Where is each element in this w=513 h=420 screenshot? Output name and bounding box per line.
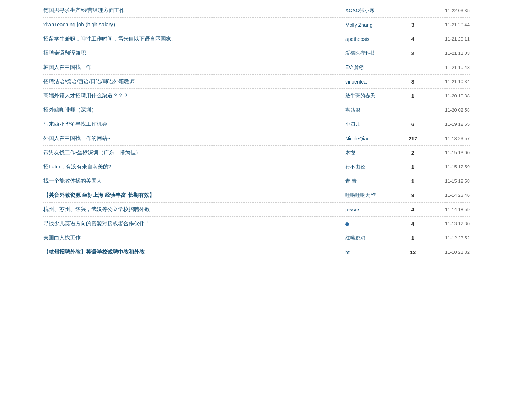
- author-link[interactable]: vincentea: [345, 79, 367, 85]
- author-cell: [345, 221, 402, 227]
- title-link[interactable]: xi'anTeaching job (high salary）: [43, 21, 118, 27]
- title-cell: 【杭州招聘外教】英语学校诚聘中教和外教: [43, 249, 345, 255]
- author-link[interactable]: 红嘴鹦鹉: [345, 235, 365, 241]
- author-cell: jessie: [345, 206, 402, 212]
- author-link[interactable]: jessie: [345, 207, 359, 212]
- replies-cell: 2: [402, 50, 423, 56]
- replies-cell: 9: [402, 192, 423, 198]
- title-link[interactable]: 找一个能教体操的美国人: [43, 178, 102, 184]
- author-link[interactable]: NicoleQiao: [345, 136, 369, 141]
- author-cell: 木悦: [345, 149, 402, 156]
- title-cell: 高端外籍人才招聘用什么渠道？？？: [43, 92, 345, 99]
- date-cell: 11-22 03:35: [423, 8, 470, 13]
- title-cell: 马来西亚华侨寻找工作机会: [43, 121, 345, 128]
- author-link[interactable]: XOXO张小寒: [345, 7, 374, 13]
- table-row: 马来西亚华侨寻找工作机会小妞儿611-19 12:55: [43, 117, 470, 131]
- title-link[interactable]: 招Latin，有没有来自南美的?: [43, 163, 111, 169]
- title-cell: 【英音外教资源 坐标上海 经验丰富 长期有效】: [43, 192, 345, 199]
- date-cell: 11-14 18:59: [423, 207, 470, 212]
- table-row: 【杭州招聘外教】英语学校诚聘中教和外教ht1211-10 21:32: [43, 245, 470, 259]
- author-link[interactable]: 瘩姑娘: [345, 107, 360, 113]
- author-cell: 哇啦哇啦大*鱼: [345, 192, 402, 199]
- title-link[interactable]: 招聘法语/德语/西语/日语/韩语外籍教师: [43, 78, 135, 84]
- author-link[interactable]: EV*麓翎: [345, 64, 364, 70]
- author-link[interactable]: 爱德医疗科技: [345, 50, 375, 56]
- author-cell: 瘩姑娘: [345, 107, 402, 113]
- author-cell: 小妞儿: [345, 121, 402, 128]
- date-cell: 11-21 20:44: [423, 22, 470, 27]
- title-cell: 招聘泰语翻译兼职: [43, 50, 345, 56]
- date-cell: 11-10 21:32: [423, 249, 470, 255]
- author-link[interactable]: 行不由径: [345, 164, 365, 169]
- author-link[interactable]: 放牛班的春天: [345, 93, 375, 98]
- replies-cell: 3: [402, 79, 423, 85]
- title-cell: xi'anTeaching job (high salary）: [43, 21, 345, 28]
- table-row: 德国男寻求生产/经营经理方面工作XOXO张小寒11-22 03:35: [43, 4, 470, 18]
- title-link[interactable]: 招留学生兼职，弹性工作时间，需来自以下语言区国家。: [43, 36, 177, 42]
- title-link[interactable]: 德国男寻求生产/经营经理方面工作: [43, 7, 125, 13]
- date-cell: 11-15 13:00: [423, 150, 470, 155]
- table-row: 招留学生兼职，弹性工作时间，需来自以下语言区国家。apotheosis411-2…: [43, 32, 470, 46]
- date-cell: 11-12 23:52: [423, 235, 470, 241]
- title-link[interactable]: 招聘泰语翻译兼职: [43, 50, 86, 56]
- author-link[interactable]: 青 青: [345, 178, 357, 184]
- title-link[interactable]: 高端外籍人才招聘用什么渠道？？？: [43, 92, 129, 98]
- table-row: 招Latin，有没有来自南美的?行不由径111-15 12:59: [43, 160, 470, 174]
- title-link[interactable]: 招外籍咖啡师（深圳）: [43, 107, 97, 113]
- replies-cell: 4: [402, 221, 423, 227]
- title-link[interactable]: 马来西亚华侨寻找工作机会: [43, 121, 107, 127]
- title-cell: 韩国人在中国找工作: [43, 64, 345, 71]
- author-link[interactable]: ht: [345, 249, 350, 255]
- date-cell: 11-13 12:30: [423, 221, 470, 226]
- replies-cell: 6: [402, 121, 423, 127]
- title-cell: 美国白人找工作: [43, 235, 345, 241]
- title-link[interactable]: 寻找少儿英语方向的资源对接或者合作伙伴！: [43, 220, 150, 226]
- replies-cell: 217: [402, 135, 423, 141]
- date-cell: 11-21 10:43: [423, 65, 470, 70]
- dot-icon: [345, 222, 349, 226]
- author-link[interactable]: 哇啦哇啦大*鱼: [345, 192, 377, 198]
- author-link[interactable]: 木悦: [345, 150, 355, 155]
- table-row: 帮男友找工作-坐标深圳（广东一带为佳）木悦211-15 13:00: [43, 146, 470, 160]
- replies-cell: 12: [402, 249, 423, 255]
- title-link[interactable]: 【杭州招聘外教】英语学校诚聘中教和外教: [43, 249, 145, 255]
- author-cell: XOXO张小寒: [345, 7, 402, 14]
- title-link[interactable]: 外国人在中国找工作的网站~: [43, 135, 110, 141]
- author-cell: apotheosis: [345, 36, 402, 42]
- author-cell: 爱德医疗科技: [345, 50, 402, 56]
- title-link[interactable]: 【英音外教资源 坐标上海 经验丰富 长期有效】: [43, 192, 155, 198]
- date-cell: 11-18 23:57: [423, 136, 470, 141]
- table-row: 招聘泰语翻译兼职爱德医疗科技211-21 11:03: [43, 46, 470, 60]
- table-row: 招外籍咖啡师（深圳）瘩姑娘11-20 02:58: [43, 103, 470, 117]
- author-link[interactable]: apotheosis: [345, 36, 369, 42]
- date-cell: 11-21 11:03: [423, 50, 470, 56]
- title-cell: 德国男寻求生产/经营经理方面工作: [43, 7, 345, 14]
- replies-cell: 1: [402, 235, 423, 241]
- title-cell: 寻找少儿英语方向的资源对接或者合作伙伴！: [43, 220, 345, 227]
- table-row: 杭州、苏州、绍兴，武汉等公立学校招聘外教jessie411-14 18:59: [43, 203, 470, 217]
- title-link[interactable]: 杭州、苏州、绍兴，武汉等公立学校招聘外教: [43, 206, 150, 212]
- table-row: 招聘法语/德语/西语/日语/韩语外籍教师vincentea311-21 10:3…: [43, 75, 470, 89]
- date-cell: 11-20 02:58: [423, 107, 470, 113]
- title-cell: 帮男友找工作-坐标深圳（广东一带为佳）: [43, 149, 345, 156]
- author-cell: vincentea: [345, 79, 402, 85]
- title-link[interactable]: 帮男友找工作-坐标深圳（广东一带为佳）: [43, 149, 141, 155]
- title-link[interactable]: 韩国人在中国找工作: [43, 64, 91, 70]
- author-link[interactable]: 小妞儿: [345, 121, 360, 127]
- date-cell: 11-14 23:46: [423, 193, 470, 198]
- author-cell: Molly Zhang: [345, 22, 402, 28]
- date-cell: 11-19 12:55: [423, 122, 470, 127]
- author-cell: NicoleQiao: [345, 135, 402, 141]
- author-cell: 放牛班的春天: [345, 92, 402, 99]
- title-cell: 招外籍咖啡师（深圳）: [43, 107, 345, 113]
- author-link[interactable]: Molly Zhang: [345, 22, 372, 28]
- title-cell: 杭州、苏州、绍兴，武汉等公立学校招聘外教: [43, 206, 345, 213]
- title-cell: 找一个能教体操的美国人: [43, 178, 345, 184]
- table-row: 找一个能教体操的美国人青 青111-15 12:58: [43, 174, 470, 188]
- title-cell: 招留学生兼职，弹性工作时间，需来自以下语言区国家。: [43, 36, 345, 42]
- author-cell: 红嘴鹦鹉: [345, 235, 402, 241]
- table-row: 【英音外教资源 坐标上海 经验丰富 长期有效】哇啦哇啦大*鱼911-14 23:…: [43, 188, 470, 203]
- table-row: 外国人在中国找工作的网站~NicoleQiao21711-18 23:57: [43, 131, 470, 146]
- title-link[interactable]: 美国白人找工作: [43, 235, 81, 241]
- title-cell: 招Latin，有没有来自南美的?: [43, 163, 345, 170]
